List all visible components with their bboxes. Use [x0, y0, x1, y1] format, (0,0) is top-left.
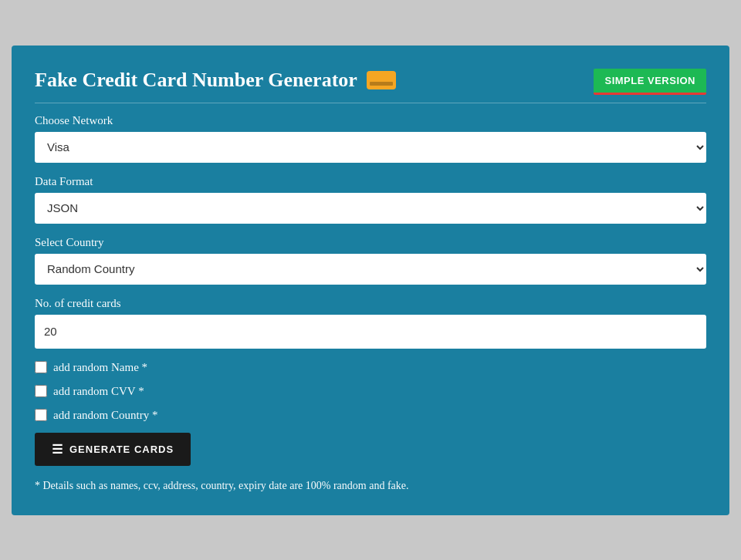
random-name-group: add random Name *	[35, 361, 706, 374]
country-select[interactable]: Random Country United States United King…	[35, 254, 706, 285]
list-icon: ☰	[52, 442, 63, 457]
main-container: Fake Credit Card Number Generator Simple…	[12, 46, 729, 515]
page-title: Fake Credit Card Number Generator	[35, 69, 357, 92]
num-cards-label: No. of credit cards	[35, 297, 706, 310]
random-cvv-checkbox[interactable]	[35, 385, 47, 397]
data-format-form-group: Data Format JSON CSV XML Text	[35, 175, 706, 224]
random-cvv-label[interactable]: add random CVV *	[53, 385, 144, 398]
country-form-group: Select Country Random Country United Sta…	[35, 236, 706, 285]
num-cards-input[interactable]	[35, 315, 706, 349]
generate-cards-label: GENERATE CARDS	[69, 444, 174, 455]
data-format-select[interactable]: JSON CSV XML Text	[35, 193, 706, 224]
credit-card-icon	[367, 71, 396, 89]
random-country-checkbox[interactable]	[35, 409, 47, 421]
country-label: Select Country	[35, 236, 706, 249]
random-cvv-group: add random CVV *	[35, 385, 706, 398]
data-format-label: Data Format	[35, 175, 706, 188]
simple-version-button[interactable]: Simple Version	[594, 69, 706, 95]
network-label: Choose Network	[35, 114, 706, 127]
random-country-group: add random Country *	[35, 409, 706, 422]
random-name-label[interactable]: add random Name *	[53, 361, 147, 374]
random-name-checkbox[interactable]	[35, 361, 47, 373]
network-select[interactable]: Visa MasterCard American Express Discove…	[35, 132, 706, 163]
footer-note: * Details such as names, ccv, address, c…	[35, 480, 706, 492]
generate-cards-button[interactable]: ☰ GENERATE CARDS	[35, 433, 191, 466]
num-cards-form-group: No. of credit cards	[35, 297, 706, 349]
network-form-group: Choose Network Visa MasterCard American …	[35, 114, 706, 163]
random-country-label[interactable]: add random Country *	[53, 409, 157, 422]
